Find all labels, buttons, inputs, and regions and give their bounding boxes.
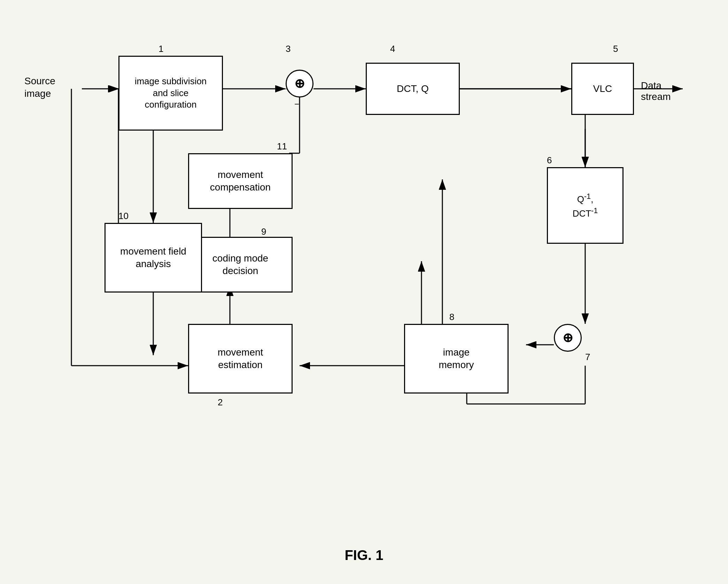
label-9: 9	[261, 226, 266, 237]
block-vlc: VLC	[571, 63, 634, 115]
label-6: 6	[547, 155, 552, 166]
label-1: 1	[158, 44, 163, 54]
block-movement-estimation: movementestimation	[188, 324, 293, 394]
label-2: 2	[218, 397, 223, 408]
minus-sign: −	[294, 99, 299, 109]
block-image-subdivision: image subdivisionand sliceconfiguration	[118, 56, 223, 131]
label-3: 3	[286, 44, 291, 54]
label-7: 7	[585, 352, 590, 363]
circle-sum-7: ⊕	[554, 324, 582, 352]
data-stream-label: Datastream	[641, 80, 671, 102]
block-q-inv-dct-inv: Q-1,DCT-1	[547, 167, 624, 244]
label-5: 5	[613, 44, 618, 54]
block-movement-compensation: movementcompensation	[188, 153, 293, 209]
figure-caption: FIG. 1	[344, 547, 383, 563]
block-dct-q: DCT, Q	[366, 63, 460, 115]
block-image-memory: imagememory	[404, 324, 509, 394]
label-11: 11	[277, 141, 287, 152]
label-10: 10	[118, 211, 129, 221]
circle-sum-3: ⊕	[286, 70, 313, 98]
diagram-container: image subdivisionand sliceconfiguration …	[21, 21, 707, 543]
block-movement-field: movement fieldanalysis	[104, 223, 202, 293]
label-8: 8	[449, 312, 454, 322]
label-4: 4	[390, 44, 395, 54]
block-coding-mode: coding modedecision	[188, 237, 293, 293]
source-image-label: Sourceimage	[24, 75, 55, 100]
